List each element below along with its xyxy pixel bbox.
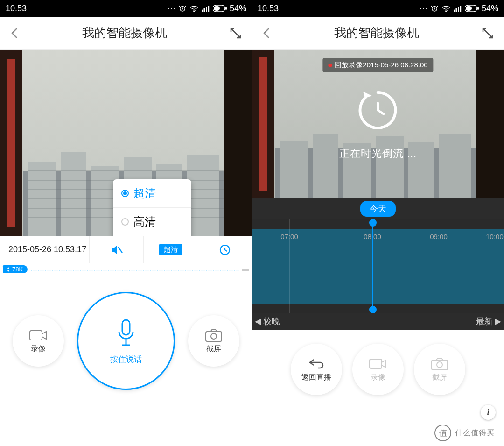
back-icon[interactable] (9, 26, 21, 41)
svg-rect-2 (202, 10, 203, 12)
more-icon: ⋯ (167, 3, 175, 14)
rewind-icon (355, 87, 401, 134)
playback-controls: 返回直播 录像 截屏 (252, 330, 504, 418)
mic-icon (114, 318, 138, 350)
svg-rect-12 (224, 50, 252, 236)
quality-popup: 超清 高清 流畅 (113, 179, 191, 236)
status-time: 10:53 (258, 4, 279, 14)
video-playback[interactable]: 回放录像2015-05-26 08:28:00 正在时光倒流 ... (252, 50, 504, 198)
mute-button[interactable] (89, 236, 143, 263)
svg-point-31 (211, 333, 217, 339)
alarm-icon (178, 4, 187, 13)
screen-playback: 10:53 ⋯ 54% 我的智能摄像机 回放录像2015-05-26 08:28… (252, 0, 504, 446)
photo-icon (431, 357, 448, 371)
wifi-icon (441, 5, 451, 12)
more-icon: ⋯ (419, 3, 427, 14)
back-to-live-button[interactable]: 返回直播 (291, 344, 342, 395)
signal-icon (202, 5, 210, 12)
live-controls: 录像 按住说话 截屏 (0, 275, 252, 418)
record-dot-icon (328, 64, 332, 67)
quality-button[interactable]: 超清 (143, 236, 197, 263)
wifi-icon (189, 5, 199, 12)
svg-point-1 (194, 11, 195, 12)
app-header: 我的智能摄像机 (0, 17, 252, 50)
app-header: 我的智能摄像机 (252, 17, 504, 50)
loading-overlay: 正在时光倒流 ... (339, 87, 417, 161)
quality-option-hd[interactable]: 高清 (113, 208, 191, 236)
older-button[interactable]: ◀ 较晚 (255, 316, 280, 327)
timeline-nav: ◀ 较晚 最新 ▶ (252, 313, 504, 330)
timestamp-cell: 2015-05-26 10:53:17 (0, 236, 89, 263)
bitrate-row: 78K (0, 263, 252, 275)
tick-label: 10:00 (486, 233, 504, 241)
fullscreen-icon[interactable] (229, 26, 243, 40)
camera-icon (29, 328, 48, 342)
alarm-icon (430, 4, 439, 13)
info-button[interactable]: i (481, 405, 496, 420)
info-row: 2015-05-26 10:53:17 超清 (0, 236, 252, 263)
record-button-disabled: 录像 (352, 344, 404, 395)
svg-line-26 (118, 247, 122, 253)
svg-rect-36 (458, 7, 459, 12)
status-time: 10:53 (6, 4, 27, 14)
svg-rect-15 (61, 152, 86, 236)
talk-button[interactable]: 按住说话 (77, 292, 175, 390)
timeline-panel: 今天 07:00 08:00 09:00 10:00 ◀ 较晚 最新 ▶ (252, 198, 504, 330)
svg-rect-44 (476, 50, 504, 198)
playback-badge: 回放录像2015-05-26 08:28:00 (322, 58, 433, 72)
screenshot-button[interactable]: 截屏 (188, 315, 239, 367)
svg-rect-28 (30, 331, 42, 340)
return-icon (308, 357, 325, 371)
svg-point-54 (437, 362, 442, 368)
watermark-text: 什么值得买 (455, 428, 495, 438)
back-icon[interactable] (261, 26, 273, 41)
battery-icon (213, 5, 227, 12)
svg-rect-47 (313, 134, 338, 198)
today-button[interactable]: 今天 (360, 201, 396, 217)
site-watermark: 值 什么值得买 (434, 425, 495, 441)
svg-rect-43 (259, 57, 267, 191)
svg-rect-19 (187, 155, 219, 236)
watermark-badge: 值 (434, 425, 451, 441)
date-picker-row: 今天 (252, 198, 504, 219)
status-bar: 10:53 ⋯ 54% (0, 0, 252, 17)
fullscreen-icon[interactable] (481, 26, 495, 40)
svg-rect-7 (214, 6, 220, 11)
history-button[interactable] (198, 236, 252, 263)
svg-rect-35 (455, 8, 457, 12)
bitrate-badge: 78K (3, 265, 28, 273)
timeline[interactable]: 07:00 08:00 09:00 10:00 (252, 219, 504, 313)
screen-live: 10:53 ⋯ 54% 我的智能摄像机 超清 高清 流畅 (0, 0, 252, 446)
record-button[interactable]: 录像 (13, 315, 64, 367)
updown-icon (7, 267, 10, 272)
screenshot-button-disabled: 截屏 (414, 344, 465, 395)
tick-label: 07:00 (280, 233, 298, 241)
radio-icon (121, 190, 129, 197)
bitrate-dotline (30, 268, 239, 271)
signal-icon (454, 5, 462, 12)
drag-handle-icon[interactable] (242, 268, 249, 271)
clock-icon (219, 244, 231, 256)
camera-icon (369, 357, 387, 371)
loading-text: 正在时光倒流 ... (339, 147, 417, 161)
page-title: 我的智能摄像机 (82, 25, 167, 41)
svg-rect-37 (460, 6, 461, 12)
video-live[interactable]: 超清 高清 流畅 (0, 50, 252, 236)
svg-rect-11 (7, 59, 15, 227)
mute-icon (110, 244, 123, 255)
svg-rect-5 (208, 6, 209, 12)
svg-rect-8 (225, 7, 227, 10)
status-icons: ⋯ 54% (167, 3, 246, 14)
battery-percent: 54% (482, 4, 498, 14)
svg-point-33 (446, 11, 447, 12)
svg-rect-39 (466, 6, 472, 11)
status-bar: 10:53 ⋯ 54% (252, 0, 504, 17)
playhead[interactable] (372, 219, 373, 313)
photo-icon (205, 328, 223, 342)
status-icons: ⋯ 54% (419, 3, 498, 14)
battery-percent: 54% (230, 4, 246, 14)
page-title: 我的智能摄像机 (334, 25, 419, 41)
svg-rect-40 (477, 7, 479, 10)
quality-option-uhd[interactable]: 超清 (113, 179, 191, 208)
newer-button[interactable]: 最新 ▶ (476, 316, 501, 327)
